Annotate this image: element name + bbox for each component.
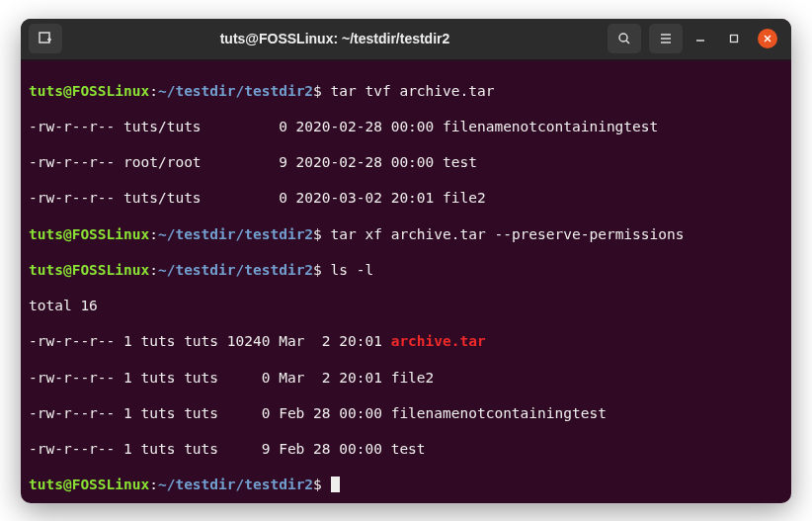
prompt-colon: : [149, 83, 158, 99]
prompt-path: ~/testdir/testdir2 [158, 226, 313, 242]
command-text: tar tvf archive.tar [322, 83, 495, 99]
prompt-line: tuts@FOSSLinux:~/testdir/testdir2$ [29, 476, 783, 493]
prompt-line: tuts@FOSSLinux:~/testdir/testdir2$ tar x… [29, 225, 783, 243]
archive-filename: archive.tar [391, 333, 486, 349]
prompt-user: tuts@FOSSLinux [29, 262, 149, 278]
prompt-user: tuts@FOSSLinux [29, 477, 149, 492]
new-tab-icon [38, 31, 53, 46]
output-line: total 16 [29, 297, 783, 314]
output-line: -rw-r--r-- root/root 9 2020-02-28 00:00 … [29, 153, 783, 171]
prompt-dollar: $ [313, 83, 322, 99]
titlebar: tuts@FOSSLinux: ~/testdir/testdir2 [21, 19, 791, 60]
output-line: -rw-r--r-- 1 tuts tuts 10240 Mar 2 20:01… [29, 332, 783, 350]
new-tab-button[interactable] [29, 24, 62, 53]
prompt-dollar: $ [313, 262, 322, 278]
prompt-user: tuts@FOSSLinux [29, 226, 149, 242]
search-button[interactable] [608, 24, 641, 53]
prompt-dollar: $ [313, 226, 322, 242]
minimize-button[interactable] [690, 29, 710, 48]
cursor [331, 477, 340, 492]
terminal-window: tuts@FOSSLinux: ~/testdir/testdir2 tuts@… [21, 19, 791, 503]
prompt-dollar: $ [313, 477, 322, 492]
prompt-line: tuts@FOSSLinux:~/testdir/testdir2$ tar t… [29, 82, 783, 100]
svg-rect-0 [40, 33, 49, 43]
command-text [322, 477, 331, 492]
svg-line-4 [626, 41, 629, 43]
hamburger-icon [658, 31, 674, 46]
close-icon [763, 34, 772, 43]
terminal-body[interactable]: tuts@FOSSLinux:~/testdir/testdir2$ tar t… [21, 60, 791, 503]
ls-row-prefix: -rw-r--r-- 1 tuts tuts 10240 Mar 2 20:01 [29, 333, 391, 349]
prompt-line: tuts@FOSSLinux:~/testdir/testdir2$ ls -l [29, 261, 783, 279]
maximize-icon [729, 34, 739, 43]
maximize-button[interactable] [724, 29, 744, 48]
svg-point-3 [619, 34, 627, 42]
prompt-path: ~/testdir/testdir2 [158, 83, 313, 99]
output-line: -rw-r--r-- tuts/tuts 0 2020-03-02 20:01 … [29, 189, 783, 207]
output-line: -rw-r--r-- 1 tuts tuts 9 Feb 28 00:00 te… [29, 440, 783, 458]
output-line: -rw-r--r-- 1 tuts tuts 0 Feb 28 00:00 fi… [29, 404, 783, 422]
prompt-user: tuts@FOSSLinux [29, 83, 149, 99]
close-button[interactable] [758, 29, 777, 48]
prompt-colon: : [149, 262, 158, 278]
command-text: ls -l [322, 262, 373, 278]
command-text: tar xf archive.tar --preserve-permission… [322, 226, 685, 242]
output-line: -rw-r--r-- tuts/tuts 0 2020-02-28 00:00 … [29, 118, 783, 135]
prompt-path: ~/testdir/testdir2 [158, 477, 313, 492]
prompt-colon: : [149, 226, 158, 242]
output-line: -rw-r--r-- 1 tuts tuts 0 Mar 2 20:01 fil… [29, 369, 783, 387]
minimize-icon [695, 34, 705, 43]
prompt-path: ~/testdir/testdir2 [158, 262, 313, 278]
svg-rect-9 [731, 36, 738, 43]
prompt-colon: : [149, 477, 158, 492]
menu-button[interactable] [649, 24, 683, 53]
search-icon [616, 31, 632, 46]
window-title: tuts@FOSSLinux: ~/testdir/testdir2 [70, 31, 600, 46]
window-controls [690, 29, 783, 48]
